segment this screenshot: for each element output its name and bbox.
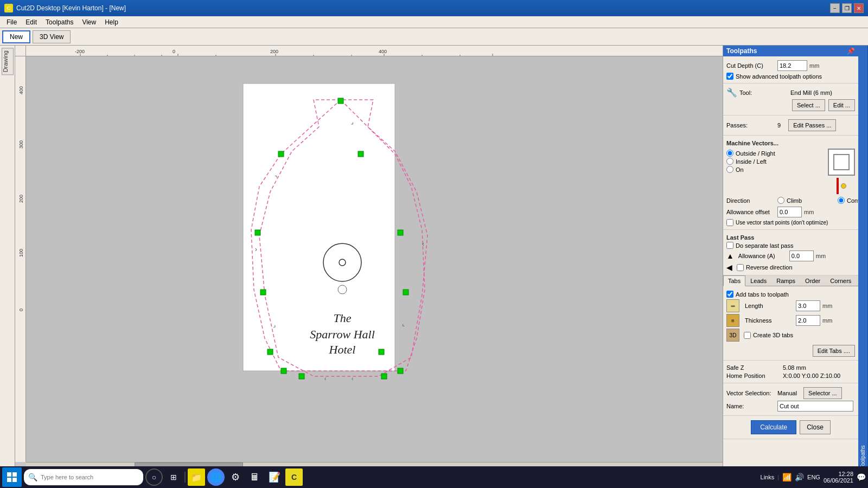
view3d-button[interactable]: 3D View [33,30,71,43]
svg-text:400: 400 [18,86,24,94]
create-3d-tabs-checkbox[interactable] [744,332,751,339]
add-tabs-checkbox[interactable] [726,291,733,298]
vector-selection-value: Manual [777,390,797,396]
search-input[interactable] [41,474,133,480]
select-tool-button[interactable]: Select ... [792,99,825,111]
length-label: Length [745,303,794,309]
minimize-button[interactable]: − [830,3,840,13]
calculate-button[interactable]: Calculate [751,420,796,434]
taskbar-app-calc[interactable]: 🖩 [246,468,264,486]
svg-text:Hotel: Hotel [329,343,356,356]
svg-text:‹: ‹ [324,376,326,382]
edit-tabs-button[interactable]: Edit Tabs .... [813,345,855,357]
tab-leads[interactable]: Leads [745,275,771,286]
name-input[interactable]: Cut out [777,401,853,412]
svg-rect-44 [299,374,304,379]
climb-label: Climb [787,197,835,204]
taskview-icon[interactable]: ⊞ [165,468,182,486]
svg-rect-45 [381,374,387,379]
tab-ramps[interactable]: Ramps [771,275,800,286]
restore-button[interactable]: ❐ [842,3,852,13]
start-button[interactable] [2,467,22,487]
panel-pin-icon[interactable]: 📌 [847,47,855,55]
cut-depth-section: Cut Depth (C) 18.2 mm Show advanced tool… [723,56,858,84]
safe-z-label: Safe Z [726,364,781,371]
conventional-radio[interactable] [838,197,845,204]
climb-radio[interactable] [777,197,784,204]
svg-rect-41 [379,349,384,355]
reverse-direction-checkbox[interactable] [737,264,744,271]
vector-start-label: Use vector start points (don't optimize) [736,220,828,226]
svg-rect-38 [260,290,266,295]
edit-passes-button[interactable]: Edit Passes ... [788,119,836,131]
safe-z-row: Safe Z 5.08 mm [726,364,855,371]
taskbar-app-explorer[interactable]: 📁 [188,468,205,486]
menu-edit[interactable]: Edit [21,17,41,27]
svg-text:400: 400 [379,49,387,54]
inside-left-radio[interactable] [726,158,733,165]
selector-button[interactable]: Selector ... [803,387,842,399]
vector-start-checkbox[interactable] [726,219,733,226]
time: 12:28 [824,471,853,477]
svg-text:‹: ‹ [422,240,424,248]
on-radio[interactable] [726,166,733,173]
svg-rect-55 [12,472,17,477]
main-area: Drawing -200 0 200 400 [0,46,868,473]
canvas-area[interactable]: -200 0 200 400 [15,46,723,473]
design-canvas: › › › ‹ › ‹ [26,56,723,462]
right-side-tab[interactable]: Toolpaths [858,46,868,473]
taskbar-app-cut2d[interactable]: C [285,468,303,486]
tab-order[interactable]: Order [800,275,825,286]
tab-tabs[interactable]: Tabs [723,275,745,286]
tool-row: 🔧 Tool: End Mill (6 mm) [726,87,855,98]
cut-depth-input[interactable]: 18.2 [777,60,807,71]
canvas-content[interactable]: › › › ‹ › ‹ [26,56,723,462]
notification-icon[interactable]: 💬 [857,473,866,481]
search-box[interactable]: 🔍 [24,469,143,485]
thickness-row: ≡ Thickness 2.0 mm [726,314,855,327]
machine-vectors-title: Machine Vectors... [726,140,855,146]
close-button[interactable]: Close [800,420,831,434]
inside-left-label: Inside / Left [736,158,767,165]
tab-length-icon: ═ [726,299,739,312]
thickness-input[interactable]: 2.0 [796,315,820,326]
window-controls: − ❐ ✕ [830,3,864,13]
length-input[interactable]: 3.0 [796,300,820,311]
taskbar-app-chrome[interactable]: 🌐 [207,468,225,486]
taskbar-app-settings[interactable]: ⚙ [227,468,244,486]
safe-z-value: 5.08 mm [783,364,806,371]
allowance-unit: mm [804,209,814,215]
svg-text:300: 300 [18,140,24,149]
drawing-tab[interactable]: Drawing [2,48,14,75]
allowance-a-input[interactable]: 0.0 [789,251,814,261]
menu-help[interactable]: Help [100,17,123,27]
outside-right-label: Outside / Right [736,150,775,157]
cut-depth-unit: mm [809,62,819,69]
allowance-input[interactable]: 0.0 [777,207,802,217]
taskbar-app-notepad[interactable]: 📝 [266,468,283,486]
edit-tool-button[interactable]: Edit ... [828,99,855,111]
cortana-icon[interactable]: ○ [145,468,163,486]
tab-corners[interactable]: Corners [825,275,856,286]
last-pass-title: Last Pass [726,234,855,241]
last-pass-icon: ▲ [726,252,734,260]
menu-toolpaths[interactable]: Toolpaths [41,17,78,27]
show-advanced-checkbox[interactable] [726,73,733,80]
new-button[interactable]: New [2,30,30,43]
svg-text:0: 0 [173,49,175,54]
menu-view[interactable]: View [78,17,100,27]
svg-text:›: › [255,246,257,253]
separate-pass-checkbox[interactable] [726,242,733,249]
close-button[interactable]: ✕ [854,3,864,13]
svg-rect-42 [281,368,286,374]
add-tabs-row: Add tabs to toolpath [726,291,855,298]
inside-left-row: Inside / Left [726,158,825,165]
tabs-content: Add tabs to toolpath ═ Length 3.0 mm ≡ T… [723,286,858,360]
menu-file[interactable]: File [2,17,21,27]
title-text: Cut2D Desktop [Kevin Harton] - [New] [16,4,126,12]
home-position-value: X:0.00 Y:0.00 Z:10.00 [783,373,840,379]
svg-text:The: The [334,311,352,325]
position-indicator [841,183,846,189]
outside-right-radio[interactable] [726,150,733,157]
ruler-left: 400 300 200 100 0 [15,56,26,462]
